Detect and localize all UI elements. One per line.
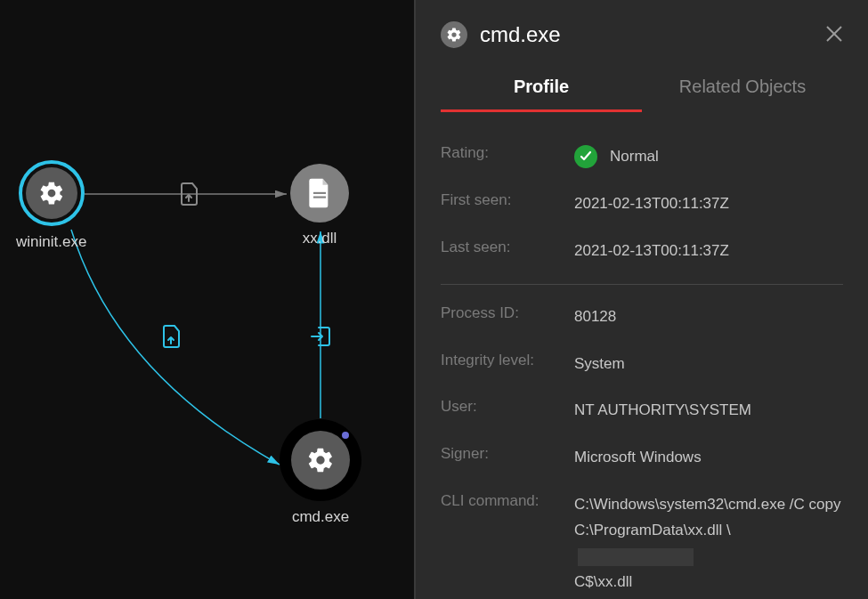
checkmark-icon (574, 145, 597, 168)
value-last-seen: 2021-02-13T00:11:37Z (574, 239, 729, 264)
edge-action-file-gray-icon (180, 182, 201, 210)
redacted-segment (578, 548, 694, 566)
value-integrity: System (574, 352, 625, 377)
label-last-seen: Last seen: (441, 239, 574, 256)
close-button[interactable] (825, 23, 843, 46)
gear-icon (306, 446, 335, 474)
section-divider (441, 284, 843, 285)
label-process-id: Process ID: (441, 304, 574, 322)
profile-content: Rating: Normal First seen: 2021-02-13T00… (416, 112, 868, 599)
row-user: User: NT AUTHORITY\SYSTEM (441, 387, 843, 434)
label-signer: Signer: (441, 445, 574, 463)
graph-node-cmd[interactable]: cmd.exe (280, 419, 361, 526)
row-last-seen: Last seen: 2021-02-13T00:11:37Z (441, 228, 843, 275)
row-signer: Signer: Microsoft Windows (441, 434, 843, 482)
row-cli-command: CLI command: C:\Windows\system32\cmd.exe… (441, 482, 843, 599)
close-icon (825, 25, 843, 43)
value-user: NT AUTHORITY\SYSTEM (574, 398, 751, 424)
tab-related-objects[interactable]: Related Objects (642, 64, 843, 112)
node-label: cmd.exe (292, 508, 349, 526)
node-label: wininit.exe (16, 233, 86, 251)
svg-rect-2 (313, 192, 326, 194)
label-user: User: (441, 398, 574, 416)
details-header: cmd.exe (416, 0, 868, 64)
value-first-seen: 2021-02-13T00:11:37Z (574, 191, 729, 217)
label-rating: Rating: (441, 144, 574, 162)
value-rating: Normal (610, 144, 659, 170)
cli-line-3: C$\xx.dll (574, 570, 843, 595)
graph-node-xxdll[interactable]: xx.dll (290, 164, 349, 247)
graph-node-wininit[interactable]: wininit.exe (16, 160, 86, 251)
value-process-id: 80128 (574, 304, 616, 330)
process-graph-panel[interactable]: wininit.exe xx.dll cmd.exe (0, 0, 414, 599)
edge-action-file-cyan-icon (162, 324, 183, 352)
node-label: xx.dll (303, 230, 337, 247)
row-process-id: Process ID: 80128 (441, 294, 843, 341)
edge-action-login-icon (310, 324, 333, 352)
tab-profile[interactable]: Profile (441, 64, 642, 112)
value-signer: Microsoft Windows (574, 445, 702, 471)
label-integrity: Integrity level: (441, 352, 574, 369)
svg-rect-3 (313, 197, 326, 198)
cli-line-1: C:\Windows\system32\cmd.exe /C copy (574, 492, 843, 518)
row-integrity: Integrity level: System (441, 341, 843, 388)
row-rating: Rating: Normal (441, 134, 843, 181)
status-badge-icon (340, 430, 351, 441)
document-icon (307, 178, 332, 208)
details-panel: cmd.exe Profile Related Objects Rating: … (414, 0, 868, 599)
gear-icon (38, 180, 65, 206)
details-tabs: Profile Related Objects (416, 64, 868, 112)
label-cli: CLI command: (441, 492, 574, 510)
row-first-seen: First seen: 2021-02-13T00:11:37Z (441, 181, 843, 228)
process-gear-icon (441, 21, 467, 48)
cli-line-2: C:\ProgramData\xx.dll \ (574, 522, 731, 538)
label-first-seen: First seen: (441, 191, 574, 209)
details-title: cmd.exe (480, 22, 825, 47)
value-cli: C:\Windows\system32\cmd.exe /C copy C:\P… (574, 492, 843, 595)
